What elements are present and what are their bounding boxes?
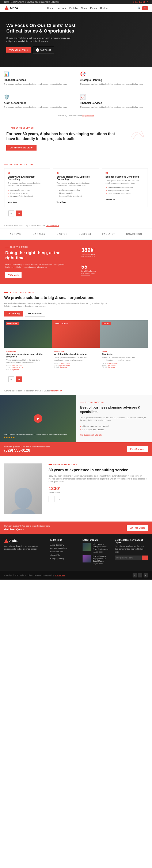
- portfolio-item[interactable]: PHOTOGRAPHY Photography Architectti beat…: [52, 320, 100, 373]
- stat-number: 389k+: [81, 247, 147, 253]
- printing-btn[interactable]: Top Printing: [4, 311, 23, 316]
- portfolio-desc: There ipsum available but the best dum c…: [102, 356, 146, 362]
- consulting-feature: Futuristic ut in my net: [8, 192, 47, 195]
- footer-link-item[interactable]: Latest Services: [50, 550, 78, 553]
- hero-buttons: View Our Services Our Videos: [6, 46, 78, 54]
- footer-link-item[interactable]: Contact Us: [50, 553, 78, 557]
- slider-next-btn[interactable]: →: [16, 211, 22, 216]
- why-feature: Get Support with Life links: [80, 428, 148, 431]
- consulting-feature: Et duis centro prestados: [57, 189, 95, 192]
- view-services-button[interactable]: View Our Services: [6, 47, 31, 53]
- slider-nav: ← →: [4, 211, 148, 216]
- nav-links: HomeServicesPortfolioNewsPagesContact: [47, 7, 108, 9]
- get-started-link[interactable]: Get Started >: [51, 390, 62, 392]
- portfolio-item[interactable]: DIGITAL Digital Dignissim There ipsum av…: [100, 320, 148, 373]
- about-headline: For over 30 years, Alpha has been develo…: [6, 131, 122, 142]
- footer: Alpha Lorem ipsum dolor sit amet, consec…: [0, 534, 152, 580]
- nav-link[interactable]: Services: [57, 7, 66, 9]
- portfolio-prev-btn[interactable]: ←: [8, 376, 14, 382]
- logo[interactable]: Alpha: [4, 6, 18, 10]
- footer-link-item[interactable]: Company Policy: [50, 557, 78, 560]
- footer-link-item[interactable]: Our Team Members: [50, 547, 78, 550]
- top-bar-phone[interactable]: 1-800-123-6547: [133, 1, 148, 3]
- portfolio-desc: There ipsum available but the best dum c…: [54, 356, 98, 362]
- deposit-btn[interactable]: Deposit Slims: [25, 311, 45, 316]
- top-bar: Need Help: Providing Innovative and Sust…: [0, 0, 152, 4]
- stats-section: CLIENT'S GUIDE Doing the right thing, at…: [0, 240, 152, 284]
- stat-item: 55° Loyal Employees with greater value: [81, 264, 147, 277]
- stat-sub: with greater value: [81, 272, 147, 274]
- stats-btn[interactable]: View More: [5, 272, 22, 278]
- footer-twitter-icon[interactable]: t: [138, 573, 142, 578]
- portfolio-category: Photography: [54, 350, 98, 352]
- nav-link[interactable]: Home: [47, 7, 53, 9]
- nav-link[interactable]: Portfolio: [69, 7, 78, 9]
- footer-about-text: Lorem ipsum dolor sit amet, consectetur …: [4, 545, 46, 551]
- footer-facebook-icon[interactable]: f: [132, 573, 137, 578]
- nav-link[interactable]: Pages: [90, 7, 97, 9]
- consulting-desc: There ipsum available but the best dum c…: [105, 179, 144, 185]
- consulting-more-link[interactable]: View More: [8, 201, 17, 203]
- logos-bar: acrevisbarkleysasterburflexfablyistsmart…: [0, 228, 152, 240]
- nav-link[interactable]: Contact: [100, 7, 108, 9]
- service-title: Financial Services: [4, 79, 72, 82]
- consulting-more-link[interactable]: View More: [57, 201, 66, 203]
- contact-phone[interactable]: (829) 555-0128: [4, 448, 50, 453]
- service-title: Audit & Assurance: [4, 101, 72, 104]
- footer-subscribe-desc: There ipsum available but the best dum c…: [115, 545, 148, 554]
- solutions-label: LATEST CASE STUDIES: [4, 291, 148, 293]
- footer-extra-links-title: Extra links: [50, 538, 78, 541]
- about-label: ABOUT CONSULTING: [6, 127, 122, 129]
- contact-btn[interactable]: Free Contacts: [127, 446, 148, 452]
- portfolio-category: Architecture: [6, 350, 50, 352]
- service-desc: There ipsum available but the best dum c…: [80, 106, 148, 109]
- consulting-title: Surface Transport & Logistics Consulting: [57, 176, 95, 181]
- about-btn[interactable]: Our Mission and Vision: [6, 145, 36, 151]
- team-stat-label: Happy Clients: [49, 491, 60, 493]
- footer-news-item[interactable]: How to Increase Engagement On Social Med…: [83, 555, 111, 565]
- consulting-feature: Multiple concurrent items: [105, 189, 144, 192]
- search-icon[interactable]: 🔍: [138, 6, 141, 9]
- cart-button[interactable]: 🛒: [142, 6, 148, 10]
- portfolio-title: Aperiam, neque ipsa quae ab illo Invento…: [6, 353, 50, 358]
- get-free-quote-btn[interactable]: Get Free Quote: [127, 525, 148, 531]
- trusted-link[interactable]: Organizations: [82, 115, 94, 117]
- team-next-btn[interactable]: →: [56, 496, 62, 502]
- service-icon: 📊: [4, 71, 72, 77]
- our-videos-button[interactable]: Our Videos: [33, 46, 54, 54]
- portfolio-item[interactable]: CONSULTING Architecture Aperiam, neque i…: [4, 320, 52, 373]
- consulting-feature: Clear interface to be live list: [105, 192, 144, 195]
- footer-subscribe-title: Get the latest news about Alpha: [115, 538, 148, 544]
- why-support-link[interactable]: Get Support with Life links: [80, 434, 102, 436]
- subscribe-btn[interactable]: →: [142, 556, 148, 560]
- footer-news-item[interactable]: Why Strategy Management Are Crucial to S…: [83, 543, 111, 553]
- footer-linkedin-icon[interactable]: in: [144, 573, 148, 578]
- consulting-section: OUR SPECIALIZATION 01 Energy and Environ…: [0, 159, 152, 223]
- service-desc: There ipsum available but the best dum c…: [80, 83, 148, 86]
- portfolio-next-btn[interactable]: →: [16, 376, 22, 382]
- footer-link-item[interactable]: About Company: [50, 543, 78, 547]
- consulting-more-link[interactable]: View More: [105, 198, 115, 200]
- footer-logo[interactable]: Alpha: [4, 538, 46, 543]
- designer-link[interactable]: ThemeDevs: [55, 574, 65, 577]
- why-support: Get Support with Life links: [80, 434, 148, 436]
- get-solutions-link[interactable]: Get Solutions >: [46, 224, 59, 226]
- service-desc: There ipsum available but the best dum c…: [4, 106, 72, 109]
- subscribe-input[interactable]: [115, 556, 142, 560]
- play-button[interactable]: [34, 414, 42, 423]
- portfolio-category: Digital: [102, 350, 146, 352]
- why-feature: Different chance to start a Fresh: [80, 425, 148, 428]
- team-prev-btn[interactable]: ←: [49, 496, 55, 502]
- team-image: 👤 f t in ig: [4, 463, 42, 514]
- service-card: 🎯 Strategic Planning There ipsum availab…: [76, 67, 152, 90]
- why-image: ★★★★★ At M. Customer, Satisfactions abov…: [0, 395, 76, 442]
- logo-text: Alpha: [10, 6, 18, 10]
- footer-news-items: Why Strategy Management Are Crucial to S…: [83, 543, 111, 565]
- slider-prev-btn[interactable]: ←: [8, 211, 14, 216]
- footer-news-content: Why Strategy Management Are Crucial to S…: [93, 543, 111, 553]
- stat-sub: with every service: [81, 255, 147, 257]
- solutions-section: LATEST CASE STUDIES We provide solutions…: [0, 284, 152, 386]
- portfolio-image: CONSULTING: [4, 320, 52, 348]
- nav-link[interactable]: News: [81, 7, 87, 9]
- trusted-bar: Trusted By The World's Best Organization…: [0, 113, 152, 119]
